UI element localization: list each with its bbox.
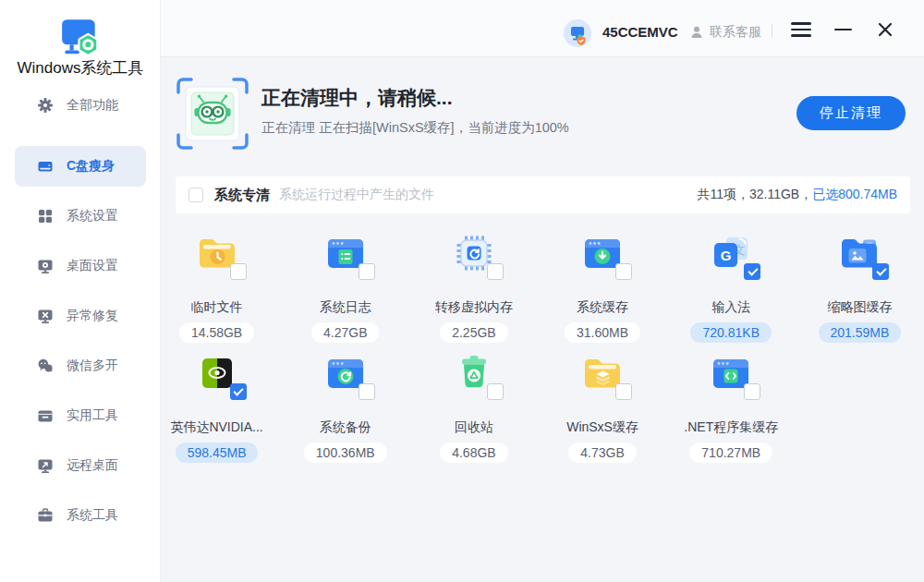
toolbox-icon [37, 407, 54, 424]
app-logo-icon [59, 18, 102, 57]
item-size-badge: 201.59MB [819, 322, 902, 343]
window-download-icon [580, 231, 625, 275]
cleanup-item-system-logs[interactable]: 系统日志 4.27GB [281, 222, 409, 342]
item-label: 英伟达NVIDIA... [170, 419, 262, 436]
recycle-bin-icon [452, 351, 496, 395]
sidebar-item-label: 异常修复 [67, 308, 118, 324]
user-id: 45CCEMVC [602, 24, 678, 40]
item-size-badge: 14.58GB [179, 322, 254, 343]
sidebar-item-label: 实用工具 [67, 407, 118, 424]
disk-icon [37, 158, 54, 175]
minimize-button[interactable] [829, 17, 857, 42]
window-refresh-icon [323, 351, 368, 395]
item-checkbox[interactable] [487, 383, 504, 400]
menu-button[interactable] [787, 17, 815, 42]
sidebar-item-remote-desktop[interactable]: 远程桌面 [15, 445, 146, 486]
cleanup-item-system-cache[interactable]: 系统缓存 31.60MB [539, 222, 667, 342]
sidebar-item-system-settings[interactable]: 系统设置 [15, 196, 146, 236]
app-title: Windows系统工具 [0, 57, 161, 79]
item-checkbox[interactable] [359, 383, 375, 400]
contact-support-button[interactable]: 联系客服 [689, 24, 761, 41]
cleanup-item-input-method[interactable]: 文 G 输入法 720.81KB [667, 222, 796, 342]
sidebar-item-label: 微信多开 [67, 358, 118, 374]
item-checkbox[interactable] [487, 263, 504, 280]
item-label: WinSxS缓存 [566, 419, 638, 436]
item-size-badge: 710.27MB [689, 443, 772, 463]
folder-image-icon [837, 231, 881, 275]
titlebar: 45CCEMVC 联系客服 [161, 0, 924, 57]
translate-icon: 文 G [709, 231, 753, 275]
item-label: 输入法 [711, 299, 750, 316]
sidebar-item-label: 桌面设置 [67, 258, 118, 274]
item-size-badge: 4.27GB [311, 322, 379, 343]
cleanup-items-grid: 临时文件 14.58GB 系统日志 4.27GB [152, 222, 924, 462]
cleaning-status-title: 正在清理中，请稍候... [261, 85, 453, 111]
item-size-badge: 4.68GB [440, 443, 507, 463]
sidebar-item-label: 全部功能 [67, 97, 118, 114]
item-label: 转移虚拟内存 [435, 299, 513, 316]
section-summary: 共11项，32.11GB，已选800.74MB [697, 187, 897, 203]
cleanup-item-nvidia[interactable]: 英伟达NVIDIA... 598.45MB [152, 342, 281, 462]
section-totals: 共11项，32.11GB， [697, 187, 812, 201]
close-icon [877, 21, 894, 38]
item-checkbox[interactable] [230, 383, 247, 400]
sidebar-item-desktop-settings[interactable]: 桌面设置 [15, 246, 146, 286]
sidebar-item-all-functions[interactable]: 全部功能 [15, 85, 146, 126]
item-size-badge: 2.25GB [440, 322, 507, 343]
item-label: 临时文件 [191, 299, 243, 316]
remote-desktop-icon [37, 457, 54, 474]
cleanup-item-thumbnail-cache[interactable]: 缩略图缓存 201.59MB [796, 222, 924, 342]
section-description: 系统运行过程中产生的文件 [279, 187, 434, 203]
item-checkbox[interactable] [615, 263, 632, 280]
cleanup-item-recycle-bin[interactable]: 回收站 4.68GB [409, 342, 538, 462]
sidebar: Windows系统工具 全部功能 C盘瘦身 系统设置 [0, 0, 161, 582]
sidebar-item-system-tools[interactable]: 系统工具 [15, 495, 146, 536]
stop-cleaning-button[interactable]: 停止清理 [796, 96, 906, 130]
gear-icon [37, 97, 54, 114]
contact-support-label: 联系客服 [710, 24, 761, 41]
item-checkbox[interactable] [359, 263, 375, 280]
section-checkbox[interactable] [188, 188, 203, 202]
item-label: 系统备份 [320, 419, 371, 436]
item-checkbox[interactable] [230, 263, 247, 280]
close-button[interactable] [871, 17, 899, 42]
window-log-icon [323, 231, 368, 275]
user-avatar[interactable] [564, 19, 591, 47]
nvidia-icon [195, 351, 239, 395]
sidebar-item-error-repair[interactable]: 异常修复 [15, 296, 146, 336]
item-checkbox[interactable] [872, 263, 889, 280]
grid-icon [37, 208, 54, 224]
briefcase-icon [37, 507, 54, 524]
robot-scan-icon [176, 77, 249, 151]
cleanup-item-system-backup[interactable]: 系统备份 100.36MB [281, 342, 409, 462]
item-checkbox[interactable] [744, 263, 760, 280]
app-window: Windows系统工具 全部功能 C盘瘦身 系统设置 [0, 0, 924, 582]
titlebar-divider [772, 24, 772, 38]
person-icon [689, 25, 704, 40]
item-label: 系统日志 [320, 299, 371, 316]
item-label: 系统缓存 [577, 299, 628, 316]
item-size-badge: 598.45MB [176, 443, 259, 463]
cleanup-item-temp-files[interactable]: 临时文件 14.58GB [152, 222, 281, 342]
item-checkbox[interactable] [615, 383, 632, 400]
folder-clock-icon [195, 231, 239, 275]
sidebar-item-label: 系统工具 [67, 507, 118, 524]
folder-layers-icon [580, 351, 625, 395]
cleanup-item-virtual-memory[interactable]: 转移虚拟内存 2.25GB [409, 222, 538, 342]
item-size-badge: 4.73GB [568, 443, 636, 463]
item-size-badge: 31.60MB [565, 322, 640, 343]
cleanup-item-dotnet-cache[interactable]: .NET程序集缓存 710.27MB [667, 342, 796, 462]
sidebar-item-utilities[interactable]: 实用工具 [15, 395, 146, 436]
item-size-badge: 100.36MB [304, 443, 387, 463]
wechat-icon [37, 358, 54, 374]
desktop-gear-icon [37, 258, 54, 274]
repair-icon [37, 308, 54, 324]
cleanup-item-winsxs-cache[interactable]: WinSxS缓存 4.73GB [539, 342, 667, 462]
item-checkbox[interactable] [744, 383, 760, 400]
sidebar-item-label: C盘瘦身 [67, 158, 115, 175]
sidebar-item-c-drive-slim[interactable]: C盘瘦身 [15, 146, 146, 187]
section-selected-size: 已选800.74MB [812, 187, 897, 201]
cleaning-status-subtitle: 正在清理 正在扫描[WinSxS缓存]，当前进度为100% [261, 119, 569, 137]
sidebar-menu: 全部功能 C盘瘦身 系统设置 桌面设置 [15, 85, 146, 545]
sidebar-item-wechat-multi[interactable]: 微信多开 [15, 346, 146, 386]
